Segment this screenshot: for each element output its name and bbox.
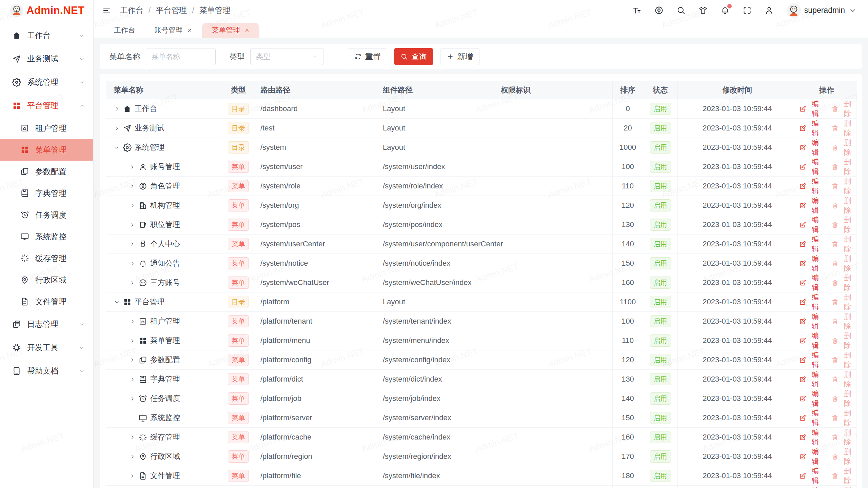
sidebar-item-config[interactable]: 参数配置: [0, 161, 93, 182]
delete-button[interactable]: 删除: [831, 331, 854, 350]
chevron-right-icon[interactable]: [129, 453, 136, 460]
delete-button[interactable]: 删除: [831, 273, 854, 292]
edit-button[interactable]: 编辑: [799, 428, 822, 447]
delete-button[interactable]: 删除: [831, 408, 854, 427]
add-button[interactable]: 新增: [440, 48, 479, 65]
sidebar-item-job[interactable]: 任务调度: [0, 204, 93, 226]
chevron-right-icon[interactable]: [129, 280, 136, 286]
profile-icon[interactable]: [765, 6, 774, 15]
fullscreen-icon[interactable]: [743, 6, 752, 15]
user-menu[interactable]: superadmin: [787, 3, 857, 18]
chevron-right-icon[interactable]: [129, 338, 136, 344]
delete-button[interactable]: 删除: [831, 254, 854, 273]
chevron-right-icon[interactable]: [129, 260, 136, 267]
chevron-right-icon[interactable]: [129, 395, 136, 402]
sidebar-item-tenant[interactable]: 租户管理: [0, 117, 93, 139]
font-size-icon[interactable]: [632, 6, 642, 15]
sidebar-item-help[interactable]: 帮助文档: [0, 359, 93, 383]
edit-button[interactable]: 编辑: [799, 350, 822, 369]
breadcrumb-item[interactable]: 平台管理: [156, 5, 187, 16]
sidebar-item-monitor[interactable]: 系统监控: [0, 226, 93, 247]
chevron-right-icon[interactable]: [129, 164, 136, 170]
sidebar-item-workbench[interactable]: 工作台: [0, 24, 93, 47]
breadcrumb-item[interactable]: 工作台: [120, 5, 143, 16]
search-icon[interactable]: [676, 6, 686, 15]
delete-button[interactable]: 删除: [831, 157, 854, 176]
edit-button[interactable]: 编辑: [799, 292, 822, 311]
delete-button[interactable]: 删除: [831, 196, 854, 215]
chevron-right-icon[interactable]: [129, 376, 136, 383]
delete-button[interactable]: 删除: [831, 312, 854, 331]
theme-icon[interactable]: [698, 6, 708, 15]
delete-button[interactable]: 删除: [831, 370, 854, 389]
edit-button[interactable]: 编辑: [799, 215, 822, 234]
reset-button[interactable]: 重置: [348, 48, 387, 65]
delete-button[interactable]: 删除: [831, 447, 854, 466]
delete-button[interactable]: 删除: [831, 428, 854, 447]
sidebar-item-region[interactable]: 行政区域: [0, 269, 93, 291]
sidebar-item-log[interactable]: 日志管理: [0, 312, 93, 336]
search-button[interactable]: 查询: [394, 48, 433, 65]
sidebar-item-business-test[interactable]: 业务测试: [0, 47, 93, 70]
tab-menu[interactable]: 菜单管理: [202, 23, 259, 38]
delete-button[interactable]: 删除: [831, 177, 854, 196]
delete-button[interactable]: 删除: [831, 350, 854, 369]
edit-button[interactable]: 编辑: [799, 486, 822, 488]
chevron-down-icon[interactable]: [114, 144, 120, 151]
delete-button[interactable]: 删除: [831, 292, 854, 311]
sidebar-item-dict[interactable]: 字典管理: [0, 182, 93, 204]
breadcrumb-item[interactable]: 菜单管理: [199, 5, 231, 16]
delete-button[interactable]: 删除: [831, 389, 854, 408]
delete-button[interactable]: 删除: [831, 138, 854, 157]
chevron-down-icon[interactable]: [114, 299, 120, 305]
logo[interactable]: Admin.NET: [0, 0, 93, 21]
edit-button[interactable]: 编辑: [799, 466, 822, 485]
close-icon[interactable]: [187, 27, 193, 33]
chevron-right-icon[interactable]: [129, 357, 136, 363]
sidebar-item-develop[interactable]: 开发工具: [0, 336, 93, 359]
edit-button[interactable]: 编辑: [799, 138, 822, 157]
notification-icon[interactable]: [721, 6, 730, 15]
delete-button[interactable]: 删除: [831, 486, 854, 488]
edit-button[interactable]: 编辑: [799, 389, 822, 408]
chevron-right-icon[interactable]: [129, 434, 136, 441]
chevron-right-icon[interactable]: [129, 202, 136, 209]
sidebar-item-platform[interactable]: 平台管理: [0, 94, 93, 117]
chevron-right-icon[interactable]: [129, 241, 136, 247]
chevron-right-icon[interactable]: [129, 318, 136, 325]
edit-button[interactable]: 编辑: [799, 177, 822, 196]
delete-button[interactable]: 删除: [831, 99, 854, 118]
tab-workbench[interactable]: 工作台: [104, 23, 145, 38]
chevron-right-icon[interactable]: [129, 183, 136, 189]
edit-button[interactable]: 编辑: [799, 157, 822, 176]
edit-button[interactable]: 编辑: [799, 99, 822, 118]
menu-name-input[interactable]: [146, 48, 216, 65]
sidebar-item-system[interactable]: 系统管理: [0, 70, 93, 94]
chevron-right-icon[interactable]: [129, 222, 136, 228]
edit-button[interactable]: 编辑: [799, 370, 822, 389]
tab-account[interactable]: 账号管理: [145, 23, 202, 38]
sidebar-item-file[interactable]: 文件管理: [0, 291, 93, 312]
collapse-sidebar-icon[interactable]: [102, 6, 111, 15]
edit-button[interactable]: 编辑: [799, 273, 822, 292]
delete-button[interactable]: 删除: [831, 466, 854, 485]
delete-button[interactable]: 删除: [831, 215, 854, 234]
type-select[interactable]: 类型: [250, 48, 323, 65]
edit-button[interactable]: 编辑: [799, 196, 822, 215]
edit-button[interactable]: 编辑: [799, 119, 822, 138]
edit-button[interactable]: 编辑: [799, 447, 822, 466]
edit-button[interactable]: 编辑: [799, 235, 822, 253]
chevron-right-icon[interactable]: [114, 106, 120, 112]
edit-button[interactable]: 编辑: [799, 312, 822, 331]
chevron-right-icon[interactable]: [114, 125, 120, 131]
chevron-right-icon[interactable]: [129, 473, 136, 479]
edit-button[interactable]: 编辑: [799, 254, 822, 273]
delete-button[interactable]: 删除: [831, 119, 854, 138]
edit-button[interactable]: 编辑: [799, 331, 822, 350]
language-icon[interactable]: [654, 6, 664, 15]
sidebar-item-cache[interactable]: 缓存管理: [0, 247, 93, 269]
delete-button[interactable]: 删除: [831, 235, 854, 253]
edit-button[interactable]: 编辑: [799, 408, 822, 427]
sidebar-item-menu[interactable]: 菜单管理: [0, 139, 93, 161]
close-icon[interactable]: [244, 27, 250, 33]
